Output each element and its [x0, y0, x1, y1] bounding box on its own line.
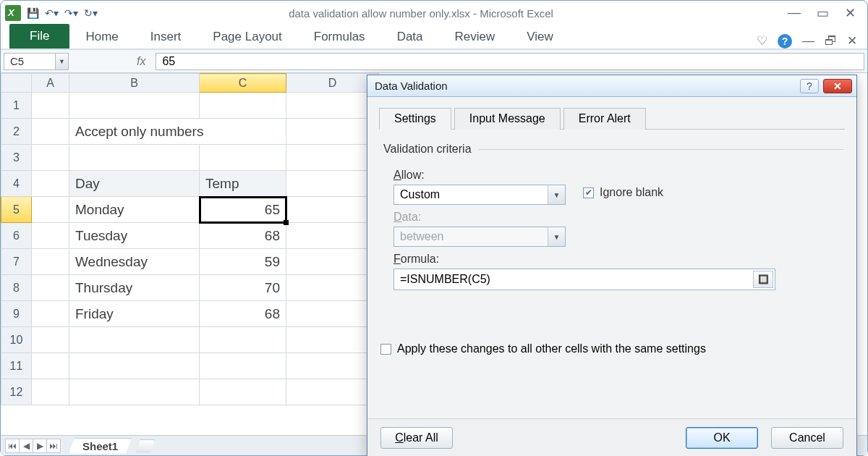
fx-icon[interactable]: fx [72, 55, 153, 68]
prev-sheet-icon[interactable]: ◀ [19, 439, 33, 453]
apply-changes-label: Apply these changes to all other cells w… [397, 342, 706, 355]
dialog-tabs: Settings Input Message Error Alert [379, 107, 845, 130]
ribbon-tabs: File Home Insert Page Layout Formulas Da… [1, 25, 867, 50]
dialog-tab-settings[interactable]: Settings [379, 108, 451, 130]
formula-label: Formula: [393, 253, 775, 266]
tab-file[interactable]: File [9, 24, 69, 48]
row-header-11[interactable]: 11 [1, 353, 32, 379]
last-sheet-icon[interactable]: ⏭ [46, 439, 61, 453]
save-icon[interactable]: 💾 [27, 7, 39, 19]
row-header-4[interactable]: 4 [1, 171, 32, 197]
cell-b8[interactable]: Thursday [69, 275, 200, 301]
dialog-buttons: Clear All OK Cancel [367, 418, 856, 456]
name-box-dropdown-icon[interactable]: ▼ [55, 54, 68, 69]
cancel-button[interactable]: Cancel [771, 427, 843, 449]
cell-b6[interactable]: Tuesday [69, 223, 200, 249]
data-select: between ▼ [393, 227, 566, 247]
minimize-icon[interactable]: — [788, 5, 801, 21]
dialog-tab-input-message[interactable]: Input Message [454, 108, 561, 130]
chevron-down-icon: ▼ [548, 185, 565, 204]
dialog-title: Data Validation [375, 80, 448, 92]
row-header-3[interactable]: 3 [1, 145, 32, 171]
cell-c7[interactable]: 59 [200, 249, 286, 275]
dialog-body: Settings Input Message Error Alert Valid… [367, 97, 856, 363]
col-header-c[interactable]: C [200, 74, 286, 93]
cell-c9[interactable]: 68 [200, 301, 286, 327]
dialog-titlebar[interactable]: Data Validation ? ✕ [367, 75, 856, 97]
row-header-2[interactable]: 2 [1, 119, 32, 145]
formula-input[interactable]: 65 [156, 53, 864, 70]
name-box[interactable]: C5 ▼ [4, 53, 69, 70]
col-header-a[interactable]: A [32, 74, 69, 93]
excel-icon [5, 5, 21, 21]
select-all-corner[interactable] [1, 74, 32, 93]
workbook-minimize-icon[interactable]: — [802, 34, 814, 48]
app-name: Microsoft Excel [480, 7, 553, 20]
tab-insert[interactable]: Insert [135, 25, 197, 48]
maximize-icon[interactable]: ▭ [817, 5, 829, 21]
ignore-blank-label: Ignore blank [600, 186, 663, 199]
grid: A B C D 1 2 Accept only numbers 3 4 Day … [1, 73, 379, 405]
formula-input-box[interactable]: 🔲 [393, 269, 775, 290]
name-box-value: C5 [10, 55, 24, 67]
allow-value: Custom [400, 188, 440, 201]
window-title: data validation allow number only.xlsx -… [98, 7, 788, 20]
formula-field[interactable] [394, 272, 753, 287]
checkbox-icon: ✔ [583, 187, 594, 198]
ok-button[interactable]: OK [686, 427, 758, 449]
row-header-7[interactable]: 7 [1, 249, 32, 275]
tab-formulas[interactable]: Formulas [298, 25, 381, 48]
data-label: Data: [393, 211, 566, 224]
redo2-icon[interactable]: ↻▾ [84, 7, 98, 19]
next-sheet-icon[interactable]: ▶ [33, 439, 47, 453]
row-header-1[interactable]: 1 [1, 93, 32, 119]
col-header-d[interactable]: D [286, 74, 379, 93]
tab-data[interactable]: Data [381, 25, 439, 48]
workbook-close-icon[interactable]: ✕ [847, 33, 857, 48]
new-sheet-icon[interactable] [136, 439, 155, 452]
tab-home[interactable]: Home [69, 25, 134, 48]
row-header-9[interactable]: 9 [1, 301, 32, 327]
data-value: between [400, 230, 444, 243]
quick-access-toolbar: 💾 ↶▾ ↷▾ ↻▾ [27, 7, 98, 19]
close-icon[interactable]: ✕ [845, 5, 856, 21]
cell-c6[interactable]: 68 [200, 223, 286, 249]
row-header-10[interactable]: 10 [1, 327, 32, 353]
cell-b9[interactable]: Friday [69, 301, 200, 327]
sheet-tab-sheet1[interactable]: Sheet1 [69, 438, 132, 454]
col-header-b[interactable]: B [69, 74, 200, 93]
allow-select[interactable]: Custom ▼ [393, 185, 566, 205]
validation-criteria-legend: Validation criteria [382, 143, 479, 156]
data-validation-dialog: Data Validation ? ✕ Settings Input Messa… [367, 75, 857, 456]
cell-c5[interactable]: 65 [200, 197, 286, 223]
range-picker-icon[interactable]: 🔲 [753, 271, 773, 288]
ribbon-minimize-icon[interactable]: ♡ [757, 33, 767, 48]
clear-all-button[interactable]: Clear All [380, 427, 453, 449]
workbook-restore-icon[interactable]: 🗗 [825, 34, 837, 48]
dialog-close-icon[interactable]: ✕ [823, 79, 852, 93]
first-sheet-icon[interactable]: ⏮ [5, 439, 20, 453]
help-icon[interactable]: ? [778, 34, 792, 48]
undo-icon[interactable]: ↶▾ [45, 7, 59, 19]
row-header-5[interactable]: 5 [1, 197, 32, 223]
row-header-8[interactable]: 8 [1, 275, 32, 301]
cell-b5[interactable]: Monday [69, 197, 200, 223]
document-name: data validation allow number only.xlsx [289, 7, 470, 20]
titlebar: 💾 ↶▾ ↷▾ ↻▾ data validation allow number … [1, 1, 867, 25]
tab-view[interactable]: View [511, 25, 569, 48]
cell-c8[interactable]: 70 [200, 275, 286, 301]
redo-icon[interactable]: ↷▾ [64, 7, 78, 19]
tab-page-layout[interactable]: Page Layout [197, 25, 297, 48]
row-header-12[interactable]: 12 [1, 379, 32, 405]
cell-b7[interactable]: Wednesday [69, 249, 200, 275]
ignore-blank-checkbox[interactable]: ✔ Ignore blank [583, 186, 663, 199]
chevron-down-icon: ▼ [548, 227, 565, 246]
dialog-tab-error-alert[interactable]: Error Alert [563, 108, 646, 130]
header-day: Day [69, 171, 200, 197]
validation-criteria-group: Validation criteria Allow: Custom ▼ ✔ Ig… [380, 143, 843, 290]
dialog-help-icon[interactable]: ? [800, 79, 819, 93]
checkbox-icon: ✔ [380, 344, 391, 355]
apply-changes-row[interactable]: ✔ Apply these changes to all other cells… [380, 342, 845, 355]
tab-review[interactable]: Review [439, 25, 511, 48]
row-header-6[interactable]: 6 [1, 223, 32, 249]
